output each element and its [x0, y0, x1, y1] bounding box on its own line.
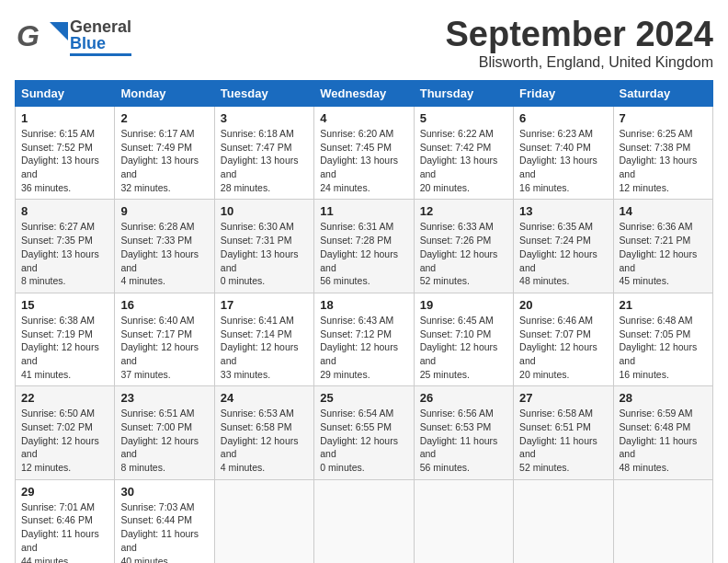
day-number: 28 [620, 391, 707, 405]
calendar-cell: 15 Sunrise: 6:38 AMSunset: 7:19 PMDaylig… [16, 293, 115, 385]
calendar-cell: 14 Sunrise: 6:36 AMSunset: 7:21 PMDaylig… [613, 200, 712, 293]
title-section: September 2024 Blisworth, England, Unite… [446, 15, 714, 71]
logo-icon: G [15, 15, 70, 59]
day-number: 22 [21, 391, 108, 405]
calendar-cell: 3 Sunrise: 6:18 AMSunset: 7:47 PMDayligh… [214, 107, 313, 200]
day-number: 14 [620, 204, 707, 218]
day-number: 10 [221, 204, 308, 218]
day-number: 2 [120, 111, 208, 125]
day-number: 12 [420, 204, 507, 218]
calendar-cell: 11 Sunrise: 6:31 AMSunset: 7:28 PMDaylig… [314, 200, 414, 293]
day-info: Sunrise: 6:20 AMSunset: 7:45 PMDaylight:… [320, 128, 398, 193]
calendar-cell: 22 Sunrise: 6:50 AMSunset: 7:02 PMDaylig… [16, 386, 115, 479]
day-info: Sunrise: 6:28 AMSunset: 7:33 PMDaylight:… [120, 221, 199, 286]
day-info: Sunrise: 6:27 AMSunset: 7:35 PMDaylight:… [21, 221, 99, 286]
day-info: Sunrise: 6:17 AMSunset: 7:49 PMDaylight:… [120, 128, 199, 193]
day-info: Sunrise: 6:23 AMSunset: 7:40 PMDaylight:… [519, 128, 597, 193]
calendar-cell: 5 Sunrise: 6:22 AMSunset: 7:42 PMDayligh… [414, 107, 513, 200]
column-header-wednesday: Wednesday [314, 81, 414, 107]
month-title: September 2024 [446, 15, 714, 54]
calendar-table: SundayMondayTuesdayWednesdayThursdayFrid… [15, 80, 713, 563]
calendar-cell: 1 Sunrise: 6:15 AMSunset: 7:52 PMDayligh… [16, 107, 115, 200]
day-number: 23 [120, 391, 208, 405]
calendar-cell: 6 Sunrise: 6:23 AMSunset: 7:40 PMDayligh… [514, 107, 613, 200]
logo-text: General Blue [70, 18, 131, 56]
day-info: Sunrise: 6:48 AMSunset: 7:05 PMDaylight:… [620, 315, 698, 380]
day-info: Sunrise: 6:38 AMSunset: 7:19 PMDaylight:… [21, 315, 99, 380]
calendar-cell: 21 Sunrise: 6:48 AMSunset: 7:05 PMDaylig… [613, 293, 712, 385]
calendar-cell: 25 Sunrise: 6:54 AMSunset: 6:55 PMDaylig… [314, 386, 414, 479]
calendar-cell: 18 Sunrise: 6:43 AMSunset: 7:12 PMDaylig… [314, 293, 414, 385]
calendar-cell: 23 Sunrise: 6:51 AMSunset: 7:00 PMDaylig… [115, 386, 214, 479]
day-number: 13 [519, 204, 607, 218]
day-number: 6 [519, 111, 607, 125]
calendar-cell: 30 Sunrise: 7:03 AMSunset: 6:44 PMDaylig… [115, 479, 214, 563]
day-info: Sunrise: 7:03 AMSunset: 6:44 PMDaylight:… [120, 501, 199, 563]
calendar-week-row: 1 Sunrise: 6:15 AMSunset: 7:52 PMDayligh… [16, 107, 713, 200]
day-number: 18 [320, 298, 407, 312]
day-number: 20 [519, 298, 607, 312]
calendar-cell: 19 Sunrise: 6:45 AMSunset: 7:10 PMDaylig… [414, 293, 513, 385]
day-info: Sunrise: 6:50 AMSunset: 7:02 PMDaylight:… [21, 408, 99, 473]
calendar-cell: 29 Sunrise: 7:01 AMSunset: 6:46 PMDaylig… [16, 479, 115, 563]
column-header-monday: Monday [115, 81, 214, 107]
day-number: 17 [221, 298, 308, 312]
day-info: Sunrise: 6:58 AMSunset: 6:51 PMDaylight:… [519, 408, 597, 473]
calendar-week-row: 22 Sunrise: 6:50 AMSunset: 7:02 PMDaylig… [16, 386, 713, 479]
day-number: 1 [21, 111, 108, 125]
calendar-cell: 20 Sunrise: 6:46 AMSunset: 7:07 PMDaylig… [514, 293, 613, 385]
day-info: Sunrise: 6:15 AMSunset: 7:52 PMDaylight:… [21, 128, 99, 193]
calendar-cell [514, 479, 613, 563]
day-info: Sunrise: 6:41 AMSunset: 7:14 PMDaylight:… [221, 315, 299, 380]
calendar-cell: 12 Sunrise: 6:33 AMSunset: 7:26 PMDaylig… [414, 200, 513, 293]
day-info: Sunrise: 6:45 AMSunset: 7:10 PMDaylight:… [420, 315, 498, 380]
calendar-cell [314, 479, 414, 563]
day-info: Sunrise: 6:36 AMSunset: 7:21 PMDaylight:… [620, 221, 698, 286]
calendar-cell: 8 Sunrise: 6:27 AMSunset: 7:35 PMDayligh… [16, 200, 115, 293]
calendar-cell: 4 Sunrise: 6:20 AMSunset: 7:45 PMDayligh… [314, 107, 414, 200]
calendar-cell: 9 Sunrise: 6:28 AMSunset: 7:33 PMDayligh… [115, 200, 214, 293]
column-header-friday: Friday [514, 81, 613, 107]
day-info: Sunrise: 6:25 AMSunset: 7:38 PMDaylight:… [620, 128, 698, 193]
day-number: 30 [120, 485, 208, 499]
day-info: Sunrise: 6:56 AMSunset: 6:53 PMDaylight:… [420, 408, 498, 473]
column-header-thursday: Thursday [414, 81, 513, 107]
day-info: Sunrise: 6:18 AMSunset: 7:47 PMDaylight:… [221, 128, 299, 193]
day-number: 7 [620, 111, 707, 125]
calendar-cell: 24 Sunrise: 6:53 AMSunset: 6:58 PMDaylig… [214, 386, 313, 479]
calendar-cell: 17 Sunrise: 6:41 AMSunset: 7:14 PMDaylig… [214, 293, 313, 385]
day-info: Sunrise: 6:46 AMSunset: 7:07 PMDaylight:… [519, 315, 597, 380]
day-info: Sunrise: 6:51 AMSunset: 7:00 PMDaylight:… [120, 408, 199, 473]
location: Blisworth, England, United Kingdom [446, 54, 714, 71]
calendar-week-row: 8 Sunrise: 6:27 AMSunset: 7:35 PMDayligh… [16, 200, 713, 293]
calendar-header-row: SundayMondayTuesdayWednesdayThursdayFrid… [16, 81, 713, 107]
day-info: Sunrise: 6:43 AMSunset: 7:12 PMDaylight:… [320, 315, 398, 380]
column-header-sunday: Sunday [16, 81, 115, 107]
calendar-cell: 16 Sunrise: 6:40 AMSunset: 7:17 PMDaylig… [115, 293, 214, 385]
day-info: Sunrise: 6:33 AMSunset: 7:26 PMDaylight:… [420, 221, 498, 286]
calendar-week-row: 29 Sunrise: 7:01 AMSunset: 6:46 PMDaylig… [16, 479, 713, 563]
day-number: 9 [120, 204, 208, 218]
column-header-tuesday: Tuesday [214, 81, 313, 107]
logo: G General Blue [15, 15, 131, 59]
page-header: G General Blue September 2024 Blisworth,… [15, 15, 713, 71]
day-info: Sunrise: 6:54 AMSunset: 6:55 PMDaylight:… [320, 408, 398, 473]
day-info: Sunrise: 6:40 AMSunset: 7:17 PMDaylight:… [120, 315, 199, 380]
calendar-cell: 27 Sunrise: 6:58 AMSunset: 6:51 PMDaylig… [514, 386, 613, 479]
day-number: 8 [21, 204, 108, 218]
day-number: 25 [320, 391, 407, 405]
day-number: 16 [120, 298, 208, 312]
calendar-cell: 28 Sunrise: 6:59 AMSunset: 6:48 PMDaylig… [613, 386, 712, 479]
svg-text:G: G [17, 19, 40, 52]
column-header-saturday: Saturday [613, 81, 712, 107]
day-number: 26 [420, 391, 507, 405]
day-number: 21 [620, 298, 707, 312]
calendar-cell: 13 Sunrise: 6:35 AMSunset: 7:24 PMDaylig… [514, 200, 613, 293]
calendar-week-row: 15 Sunrise: 6:38 AMSunset: 7:19 PMDaylig… [16, 293, 713, 385]
calendar-cell: 2 Sunrise: 6:17 AMSunset: 7:49 PMDayligh… [115, 107, 214, 200]
day-number: 5 [420, 111, 507, 125]
day-info: Sunrise: 6:30 AMSunset: 7:31 PMDaylight:… [221, 221, 299, 286]
day-number: 24 [221, 391, 308, 405]
day-number: 27 [519, 391, 607, 405]
day-number: 19 [420, 298, 507, 312]
